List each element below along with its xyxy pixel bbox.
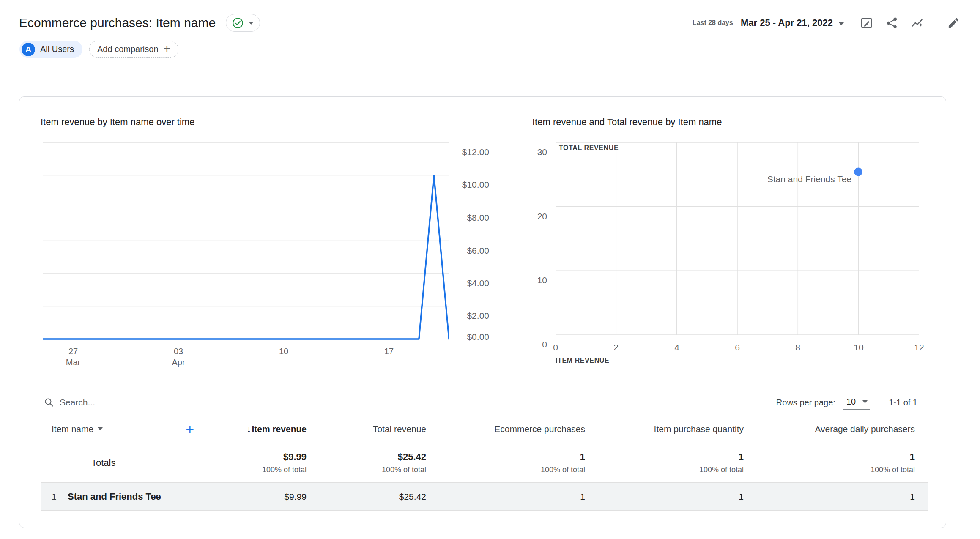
row-dimension-cell: 1 Stan and Friends Tee	[41, 483, 202, 510]
plus-icon: +	[164, 43, 170, 55]
column-header-average-daily-purchasers[interactable]: Average daily purchasers	[744, 424, 928, 434]
report-table: Rows per page: 10 1-1 of 1 Item name + ↓…	[41, 390, 928, 511]
search-input[interactable]	[60, 397, 186, 408]
line-x-tick: 03Apr	[157, 347, 200, 367]
all-users-label: All Users	[40, 44, 74, 54]
scatter-point-label: Stan and Friends Tee	[767, 174, 851, 184]
report-toolbar	[856, 12, 964, 33]
add-column-button[interactable]: +	[186, 422, 194, 436]
edit-comparisons-icon	[860, 16, 873, 30]
chevron-down-icon[interactable]	[98, 427, 103, 430]
scatter-y-tick: 30	[521, 147, 547, 156]
comparison-a-badge: A	[22, 43, 35, 56]
chevron-down-icon	[249, 22, 254, 25]
scatter-point	[854, 168, 862, 176]
line-chart-title: Item revenue by Item name over time	[41, 117, 194, 128]
row-ecommerce-purchases: 1	[426, 492, 585, 502]
totals-ecommerce-purchases: 1100% of total	[426, 451, 585, 474]
scatter-chart-plot: Stan and Friends Tee	[556, 140, 919, 352]
row-item-name: Stan and Friends Tee	[68, 491, 161, 502]
line-y-tick: $2.00	[422, 311, 489, 320]
row-total-revenue: $25.42	[307, 492, 426, 502]
edit-pencil-icon	[947, 16, 960, 30]
search-icon	[44, 397, 54, 408]
check-circle-icon	[232, 17, 244, 29]
line-y-tick: $6.00	[422, 246, 489, 255]
line-y-tick: $12.00	[422, 147, 489, 156]
scatter-x-tick: 2	[599, 342, 633, 353]
scatter-y-tick: 10	[521, 275, 547, 285]
line-x-tick: 27Mar	[52, 347, 94, 367]
scatter-x-axis-title: ITEM REVENUE	[556, 357, 609, 364]
scatter-y-axis-title: TOTAL REVENUE	[559, 144, 619, 152]
table-header-row: Item name + ↓Item revenue Total revenue …	[41, 415, 928, 443]
rows-per-page-label: Rows per page:	[776, 398, 835, 408]
totals-item-purchase-quantity: 1100% of total	[585, 451, 744, 474]
page-title: Ecommerce purchases: Item name	[19, 16, 216, 30]
table-row: 1 Stan and Friends Tee $9.99 $25.42 1 1 …	[41, 483, 928, 511]
line-y-tick: $10.00	[422, 180, 489, 189]
totals-average-daily-purchasers: 1100% of total	[744, 451, 928, 474]
row-item-purchase-quantity: 1	[585, 492, 744, 502]
line-x-tick: 17	[368, 347, 410, 358]
scatter-grid	[556, 140, 919, 352]
report-status-dropdown[interactable]	[226, 14, 260, 32]
insights-icon	[911, 16, 924, 30]
chevron-down-icon	[862, 400, 868, 403]
line-x-tick: 10	[263, 347, 305, 358]
share-icon	[885, 16, 898, 30]
line-y-tick: $8.00	[422, 213, 489, 222]
report-header: Ecommerce purchases: Item name Last 28 d…	[19, 9, 964, 36]
pagination-range: 1-1 of 1	[889, 398, 917, 408]
customize-report-button[interactable]	[943, 12, 964, 33]
column-header-item-purchase-quantity[interactable]: Item purchase quantity	[585, 424, 744, 434]
date-preset-label: Last 28 days	[693, 19, 733, 27]
column-header-ecommerce-purchases[interactable]: Ecommerce purchases	[426, 424, 585, 434]
row-average-daily-purchasers: 1	[744, 492, 928, 502]
chevron-down-icon[interactable]	[839, 22, 844, 25]
table-search	[41, 390, 202, 415]
all-users-chip[interactable]: A All Users	[19, 41, 82, 58]
add-comparison-button[interactable]: Add comparison +	[89, 41, 178, 58]
dimension-header-item-name[interactable]: Item name	[52, 424, 93, 434]
line-y-tick: $4.00	[422, 278, 489, 287]
table-pagination: Rows per page: 10 1-1 of 1	[776, 390, 928, 415]
edit-comparisons-button[interactable]	[856, 12, 877, 33]
scatter-x-tick: 6	[720, 342, 754, 353]
totals-label-cell: Totals	[41, 443, 202, 482]
rows-per-page-select[interactable]: 10	[843, 396, 870, 410]
line-y-tick: $0.00	[422, 332, 489, 341]
column-header-total-revenue[interactable]: Total revenue	[307, 424, 426, 434]
table-controls-row: Rows per page: 10 1-1 of 1	[41, 390, 928, 415]
table-totals-row: Totals $9.99100% of total $25.42100% of …	[41, 443, 928, 483]
comparison-bar: A All Users Add comparison +	[19, 41, 178, 58]
scatter-x-tick: 12	[902, 342, 936, 353]
scatter-x-tick: 10	[842, 342, 876, 353]
report-card: Item revenue by Item name over time $12.…	[19, 96, 946, 528]
scatter-x-tick: 0	[539, 342, 572, 353]
scatter-x-tick: 4	[660, 342, 694, 353]
totals-item-revenue: $9.99100% of total	[202, 451, 307, 474]
scatter-y-tick: 20	[521, 211, 547, 221]
totals-total-revenue: $25.42100% of total	[307, 451, 426, 474]
date-range-selector[interactable]: Mar 25 - Apr 21, 2022	[741, 17, 833, 28]
scatter-x-tick: 8	[781, 342, 815, 353]
dimension-header-cell: Item name +	[41, 415, 202, 443]
row-index: 1	[52, 492, 68, 502]
share-button[interactable]	[881, 12, 902, 33]
add-comparison-label: Add comparison	[97, 44, 159, 54]
insights-button[interactable]	[906, 12, 928, 33]
revenue-line-series	[43, 175, 449, 339]
row-item-revenue: $9.99	[202, 492, 307, 502]
scatter-chart-title: Item revenue and Total revenue by Item n…	[532, 117, 722, 128]
column-header-item-revenue[interactable]: ↓Item revenue	[202, 424, 307, 434]
line-chart-plot	[43, 140, 449, 352]
sort-descending-icon: ↓	[246, 424, 251, 434]
